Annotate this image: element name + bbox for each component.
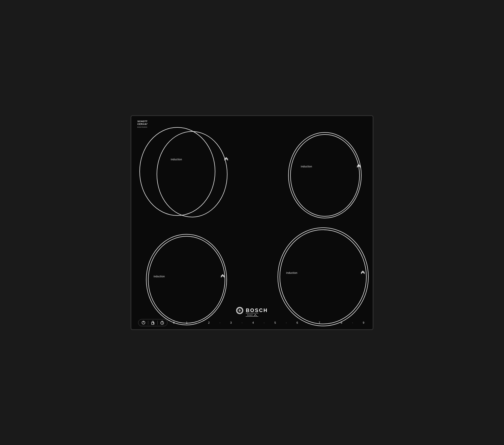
dot-1: ● — [197, 322, 198, 323]
num-9[interactable]: 9 — [361, 321, 366, 324]
num-0[interactable]: 0 — [172, 321, 176, 324]
burner-tl-label: induction — [171, 158, 182, 161]
burner-bl-boost-icon — [220, 274, 225, 278]
boost-line-bottom — [246, 316, 258, 317]
num-6[interactable]: 6 — [295, 321, 300, 324]
control-strip: boast — [131, 306, 373, 329]
dot-4: ● — [264, 322, 264, 323]
left-controls-group[interactable] — [138, 319, 167, 326]
timer-icon — [160, 321, 164, 325]
number-controls[interactable]: 0 1 ● 2 ● 3 ● 4 ● 5 ● 6 ● 7 ● 8 ● 9 — [172, 321, 366, 324]
num-4[interactable]: 4 — [251, 321, 255, 324]
num-8[interactable]: 8 — [339, 321, 344, 324]
timer-button[interactable] — [160, 321, 164, 325]
schott-line1: SCHOTT — [137, 120, 148, 123]
dot-2: ● — [220, 322, 220, 323]
svg-line-11 — [162, 323, 163, 323]
num-1[interactable]: 1 — [184, 321, 189, 324]
dot-5: ● — [286, 322, 287, 323]
lock-icon — [151, 321, 155, 325]
schott-line2: CERAN° — [137, 123, 148, 126]
ctrl-divider-2 — [157, 321, 158, 325]
model-number: B000782840 — [137, 126, 148, 128]
burner-tr-label: induction — [301, 165, 312, 168]
num-3[interactable]: 3 — [229, 321, 233, 324]
dot-3: ● — [242, 322, 242, 323]
burner-bl-label: induction — [154, 275, 165, 278]
burner-tr-inner-ring — [290, 134, 360, 217]
dot-7: ● — [330, 322, 331, 323]
boost-label: boast — [247, 314, 253, 316]
cooktop-surface: SCHOTT CERAN° B000782840 induction induc… — [131, 115, 373, 330]
ctrl-divider-1 — [148, 321, 148, 325]
burner-br-label: induction — [286, 272, 298, 274]
dot-8: ● — [352, 322, 353, 323]
boost-control[interactable]: boast — [246, 313, 258, 317]
num-2[interactable]: 2 — [207, 321, 211, 324]
burner-br-boost-icon — [361, 270, 365, 275]
power-icon — [141, 321, 145, 325]
svg-point-5 — [153, 322, 154, 323]
schott-logo: SCHOTT CERAN° B000782840 — [137, 120, 148, 128]
burner-tl-boost-icon — [224, 157, 228, 161]
controls-row: 0 1 ● 2 ● 3 ● 4 ● 5 ● 6 ● 7 ● 8 ● 9 — [138, 319, 366, 326]
burner-tl-inner-ring — [157, 131, 227, 217]
burner-tr-boost-icon — [356, 164, 361, 168]
boost-line-top — [246, 313, 258, 313]
num-5[interactable]: 5 — [273, 321, 278, 324]
num-7[interactable]: 7 — [317, 321, 322, 324]
boost-arrow-icon — [254, 314, 257, 316]
dot-6: ● — [308, 322, 309, 323]
power-button[interactable] — [141, 321, 145, 325]
lock-button[interactable] — [151, 321, 155, 325]
